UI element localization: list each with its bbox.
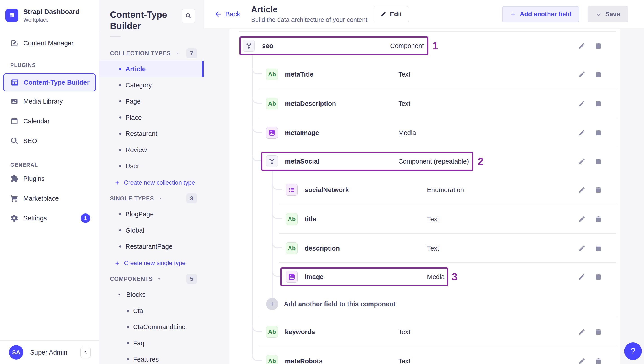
component-item-features[interactable]: Features xyxy=(99,351,204,364)
create-new-link[interactable]: Create new collection type xyxy=(99,175,204,190)
page-title-block: Article Build the data architecture of y… xyxy=(251,5,367,23)
edit-field-button[interactable] xyxy=(578,216,586,223)
edit-field-button[interactable] xyxy=(578,186,586,194)
edit-field-button[interactable] xyxy=(578,158,586,165)
component-item-ctacommandline[interactable]: CtaCommandLine xyxy=(99,319,204,335)
media-icon xyxy=(288,273,295,280)
page-title: Article xyxy=(251,5,367,14)
strapi-logo-icon xyxy=(6,9,18,22)
delete-field-button[interactable] xyxy=(595,216,602,223)
field-type-chip-text: Ab xyxy=(266,69,278,80)
edit-button[interactable]: Edit xyxy=(374,6,409,22)
bullet-icon xyxy=(119,213,122,215)
type-item-place[interactable]: Place xyxy=(99,109,204,126)
delete-field-button[interactable] xyxy=(595,273,602,280)
section-header-single-types[interactable]: SINGLE TYPES3 xyxy=(99,192,204,205)
delete-field-button[interactable] xyxy=(595,245,602,252)
delete-field-button[interactable] xyxy=(595,158,602,165)
delete-field-button[interactable] xyxy=(595,42,602,49)
sidebar-item-plugins[interactable]: Plugins xyxy=(0,169,99,189)
component-item-cta[interactable]: Cta xyxy=(99,303,204,319)
section-count-badge: 5 xyxy=(186,274,197,284)
section-header-collection-types[interactable]: COLLECTION TYPES7 xyxy=(99,47,204,60)
sidebar-item-label: SEO xyxy=(23,137,37,145)
type-item-category[interactable]: Category xyxy=(99,77,204,93)
add-field-to-component-button[interactable] xyxy=(266,298,278,310)
sidebar-item-content-type-builder[interactable]: Content-Type Builder xyxy=(3,73,96,91)
edit-field-button[interactable] xyxy=(578,42,586,49)
save-button[interactable]: Save xyxy=(588,6,628,22)
row-actions xyxy=(578,357,602,364)
type-item-label: User xyxy=(126,162,139,170)
sidebar-item-seo[interactable]: SEO xyxy=(0,131,99,151)
sidebar-item-settings[interactable]: Settings1 xyxy=(0,208,99,228)
component-group-blocks[interactable]: Blocks xyxy=(99,286,204,303)
edit-field-button[interactable] xyxy=(578,129,586,136)
type-item-label: Article xyxy=(126,65,146,73)
pencil-icon xyxy=(578,42,586,49)
sidebar-item-label: Content Manager xyxy=(23,40,74,47)
field-row-socialNetwork: socialNetworkEnumeration xyxy=(239,175,616,205)
type-item-user[interactable]: User xyxy=(99,158,204,174)
sidebar-item-calendar[interactable]: Calendar xyxy=(0,111,99,131)
type-item-page[interactable]: Page xyxy=(99,93,204,109)
component-item-faq[interactable]: Faq xyxy=(99,335,204,351)
field-type: Text xyxy=(427,216,439,223)
pencil-icon xyxy=(578,273,586,280)
collapse-sidebar-button[interactable] xyxy=(80,347,91,358)
pencil-icon xyxy=(578,129,586,136)
avatar[interactable]: SA xyxy=(9,345,23,359)
sidebar-item-label: Plugins xyxy=(23,175,45,183)
type-item-global[interactable]: Global xyxy=(99,222,204,238)
sidebar-item-content-manager[interactable]: Content Manager xyxy=(0,35,99,51)
sidebar-footer: SA Super Admin xyxy=(0,340,99,364)
field-type: Text xyxy=(398,71,410,78)
field-type-chip-media xyxy=(286,271,298,283)
trash-icon xyxy=(595,42,602,49)
edit-field-button[interactable] xyxy=(578,71,586,78)
delete-field-button[interactable] xyxy=(595,328,602,335)
edit-label: Edit xyxy=(390,11,402,18)
delete-field-button[interactable] xyxy=(595,100,602,107)
main-nav: Content ManagerPLUGINSContent-Type Build… xyxy=(0,35,99,228)
search-button[interactable] xyxy=(182,9,196,23)
back-arrow-icon xyxy=(214,10,222,18)
sidebar-item-label: Marketplace xyxy=(23,195,59,202)
media-library-icon xyxy=(10,97,18,105)
type-item-restaurant[interactable]: Restaurant xyxy=(99,126,204,142)
edit-field-button[interactable] xyxy=(578,273,586,280)
type-item-article[interactable]: Article xyxy=(99,61,204,77)
plus-icon xyxy=(114,180,120,186)
back-link[interactable]: Back xyxy=(214,10,240,18)
field-name: metaImage xyxy=(285,129,319,137)
edit-field-button[interactable] xyxy=(578,328,586,335)
bullet-icon xyxy=(119,245,122,248)
help-button[interactable]: ? xyxy=(624,342,642,360)
pencil-icon xyxy=(578,100,586,107)
type-item-review[interactable]: Review xyxy=(99,142,204,158)
page-header: Back Article Build the data architecture… xyxy=(204,0,644,28)
type-item-blogpage[interactable]: BlogPage xyxy=(99,206,204,222)
delete-field-button[interactable] xyxy=(595,71,602,78)
field-type: Text xyxy=(398,328,410,336)
add-another-field-label: Add another field xyxy=(520,11,571,18)
content-manager-icon xyxy=(10,39,18,47)
add-another-field-button[interactable]: Add another field xyxy=(502,6,579,22)
section-header-components[interactable]: COMPONENTS5 xyxy=(99,273,204,285)
chevron-down-icon xyxy=(175,51,180,56)
sidebar-item-label: Media Library xyxy=(23,98,63,105)
trash-icon xyxy=(595,129,602,136)
edit-field-button[interactable] xyxy=(578,245,586,252)
delete-field-button[interactable] xyxy=(595,186,602,194)
edit-field-button[interactable] xyxy=(578,357,586,364)
delete-field-button[interactable] xyxy=(595,357,602,364)
chevron-down-icon xyxy=(117,292,122,297)
main-area: Back Article Build the data architecture… xyxy=(204,0,644,364)
sidebar-item-marketplace[interactable]: Marketplace xyxy=(0,189,99,208)
edit-field-button[interactable] xyxy=(578,100,586,107)
delete-field-button[interactable] xyxy=(595,129,602,136)
type-item-restaurantpage[interactable]: RestaurantPage xyxy=(99,238,204,255)
sidebar-item-media-library[interactable]: Media Library xyxy=(0,91,99,111)
create-new-link[interactable]: Create new single type xyxy=(99,255,204,271)
bullet-icon xyxy=(119,100,122,102)
